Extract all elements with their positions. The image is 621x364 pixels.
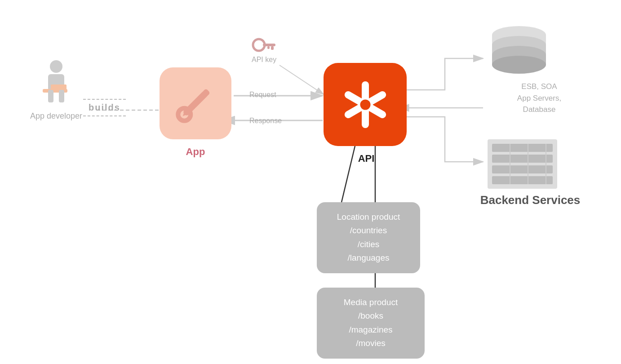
svg-rect-14 xyxy=(48,90,53,102)
svg-rect-22 xyxy=(271,46,274,50)
svg-line-8 xyxy=(342,146,355,202)
request-label: Request xyxy=(249,91,276,99)
location-line-3: /cities xyxy=(326,238,411,251)
server-svg xyxy=(483,135,562,193)
app-box xyxy=(160,67,231,139)
backend-services-label: Backend Services xyxy=(476,193,584,207)
svg-rect-18 xyxy=(185,89,210,114)
svg-rect-15 xyxy=(59,90,64,102)
svg-rect-13 xyxy=(51,84,67,91)
diagram-container: App developer builds App API key xyxy=(0,0,621,364)
response-label: Response xyxy=(249,117,282,125)
media-line-1: Media product xyxy=(326,296,416,309)
person-icon xyxy=(38,58,74,108)
svg-rect-21 xyxy=(263,44,275,46)
svg-point-27 xyxy=(359,98,372,111)
api-key-area: API key xyxy=(252,36,276,64)
api-box xyxy=(324,63,407,146)
location-line-2: /countries xyxy=(326,224,411,237)
server-icon xyxy=(483,135,562,195)
svg-rect-37 xyxy=(492,155,553,163)
media-line-2: /books xyxy=(326,309,416,323)
esb-label: ESB, SOAApp Servers,Database xyxy=(494,81,584,115)
svg-rect-23 xyxy=(267,46,270,49)
svg-point-10 xyxy=(50,60,62,73)
database-icon xyxy=(483,22,555,78)
builds-label: builds xyxy=(83,99,126,116)
location-line-1: Location product xyxy=(326,210,411,224)
media-box: Media product /books /magazines /movies xyxy=(317,288,425,359)
location-box-text: Location product /countries /cities /lan… xyxy=(326,210,411,265)
location-box: Location product /countries /cities /lan… xyxy=(317,202,420,273)
svg-line-4 xyxy=(279,65,324,94)
media-box-text: Media product /books /magazines /movies xyxy=(326,296,416,351)
tools-icon xyxy=(171,79,220,128)
api-icon xyxy=(336,75,395,134)
api-key-label: API key xyxy=(252,56,276,64)
location-line-4: /languages xyxy=(326,251,411,265)
api-label: API xyxy=(355,153,377,164)
db-svg xyxy=(483,22,555,76)
app-label: App xyxy=(177,146,213,158)
svg-point-34 xyxy=(492,56,546,74)
key-icon xyxy=(252,36,276,54)
media-line-4: /movies xyxy=(326,337,416,350)
svg-rect-38 xyxy=(492,165,553,173)
media-line-3: /magazines xyxy=(326,323,416,337)
svg-rect-36 xyxy=(492,144,553,152)
developer-label: App developer xyxy=(30,111,82,121)
svg-rect-39 xyxy=(492,176,553,184)
